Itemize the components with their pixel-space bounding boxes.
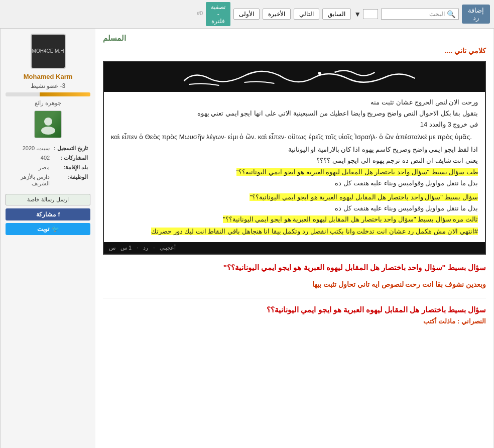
user-info-table: تاريخ التسجيل : سبت، 2020 المشاركات : 40…: [6, 143, 90, 189]
reg-label: تاريخ التسجيل :: [52, 144, 89, 153]
post-question2: سؤال بسيط باختصار هل المقابل ليهوه العبر…: [103, 305, 486, 314]
progress-bar: [6, 92, 90, 96]
image-line1: ورحت الان لنص الحروج عشان تثبت منه: [111, 97, 478, 108]
image-line8: بدل ما ننقل مواويل وقواميس وبناء عليه هن…: [111, 178, 478, 189]
avatar-inner: MOH4CE M.H: [32, 35, 65, 68]
image-line10: بدل ما ننقل مواويل وقواميس وبناء عليه هن…: [111, 203, 478, 214]
job-label: الوظيفة:: [52, 173, 89, 188]
post-image-header: [104, 62, 485, 92]
post-image-footer: أعجبني · رد · 1 س س: [104, 242, 485, 254]
svg-point-0: [318, 72, 321, 75]
toolbar: إضافة رد 🔍 1 ▼ السابق التالي الأخيرة الأ…: [0, 0, 494, 29]
avatar-text: MOH4CE M.H: [32, 48, 64, 54]
location-label: بلد الإقامة:: [52, 163, 89, 172]
post-question2-block: سؤال بسيط باختصار هل المقابل ليهوه العبر…: [103, 305, 486, 325]
tag-label: #0: [4, 10, 203, 16]
footer-reply[interactable]: رد: [143, 245, 148, 251]
progress-fill: [40, 92, 90, 96]
post-question: سؤال بسيط "سؤال واحد باختصار هل المقابل …: [103, 261, 486, 274]
footer-time: 1 س: [120, 245, 132, 251]
image-greek-text: καὶ εἶπεν ὁ Θεὸς πρὸς Μωυσῆν λέγων· εἰμι…: [111, 132, 478, 143]
secondary-avatar-icon: [38, 115, 58, 135]
job-value: دارس بالأزهر الشريف: [7, 173, 51, 188]
posts-value: 402: [7, 154, 51, 162]
facebook-icon: f: [58, 211, 60, 218]
next-button[interactable]: التالي: [294, 9, 319, 20]
secondary-avatar: [34, 110, 62, 138]
image-line7: طب سؤال بسيط "سؤال واحد باختصار هل المقا…: [111, 167, 478, 178]
footer-s: س: [109, 245, 115, 251]
image-line11: ثالث مره سؤال بسيط "سؤال واحد باختصار هل…: [111, 214, 478, 225]
tweet-label: تويت: [37, 226, 49, 233]
post-response2: النصراني : ماذلت أكتب: [103, 317, 486, 325]
posts-label: المشاركات :: [52, 154, 89, 162]
search-icon: 🔍: [447, 10, 455, 18]
svg-point-2: [41, 127, 55, 135]
image-line5: اذا لفظ ايجو ايمي واضح وصريح كاسم يهوه ا…: [111, 144, 478, 155]
image-line3: في خروج 3 والعدد 14: [111, 119, 478, 130]
last-button[interactable]: الأخيرة: [263, 9, 291, 20]
send-message-button[interactable]: ارسل رسالة خاصة: [6, 194, 90, 205]
page-layout: المسلم كلامي تاني .... ورحت الان لنص الح…: [0, 29, 494, 448]
handwriting-image: [104, 63, 485, 91]
avatar: MOH4CE M.H: [31, 34, 66, 69]
footer-dot2: ·: [137, 245, 138, 251]
share-facebook-button[interactable]: f مشاركة: [6, 208, 90, 220]
separator: [103, 298, 486, 298]
post-section-title: المسلم: [103, 34, 486, 43]
image-line9: سؤال بسيط "سؤال واحد باختصار هل المقابل …: [111, 192, 478, 203]
add-reply-button[interactable]: إضافة رد: [462, 5, 490, 24]
secondary-avatar-img: [35, 111, 61, 138]
page-counter: 1 ▼: [354, 9, 378, 19]
svg-point-1: [44, 118, 52, 126]
post-response: وبعدين نشوف بقا انت رحت لنصوص ايه تاني ت…: [103, 278, 486, 291]
page-number-input[interactable]: 1: [363, 9, 378, 19]
sidebar: MOH4CE M.H Mohamed Karm 3- عضو نشيط جوهر…: [0, 29, 95, 448]
post-body: سؤال بسيط "سؤال واحد باختصار هل المقابل …: [103, 261, 486, 291]
post-image-body: ورحت الان لنص الحروج عشان تثبت منه بتقول…: [104, 92, 485, 242]
main-content: المسلم كلامي تاني .... ورحت الان لنص الح…: [95, 29, 494, 448]
search-input[interactable]: [385, 11, 445, 18]
post-image-container: ورحت الان لنص الحروج عشان تثبت منه بتقول…: [103, 61, 486, 255]
first-button[interactable]: الأولى: [233, 9, 260, 20]
reg-value: سبت، 2020: [7, 144, 51, 153]
user-rank: 3- عضو نشيط: [31, 82, 65, 89]
tweet-button[interactable]: 🐦 تويت: [6, 223, 90, 235]
page-arrow: ▼: [354, 10, 361, 18]
twitter-icon: 🐦: [52, 226, 59, 233]
filter-button[interactable]: تصفية - فلترة: [206, 2, 230, 26]
image-line12: #انتهي الان مش هكمل رد عشان انت تدخلت وا…: [111, 226, 478, 237]
image-line6: يعني انت شايف ان النص ده ترجم يهوه الى ا…: [111, 155, 478, 166]
username: Mohamed Karm: [24, 73, 73, 80]
user-title: جوهرة رائع: [35, 99, 61, 106]
footer-dot: ·: [153, 245, 155, 251]
footer-like[interactable]: أعجبني: [160, 245, 176, 251]
location-value: مصر: [7, 163, 51, 172]
post-subtitle: كلامي تاني ....: [103, 47, 486, 55]
image-line2: بتقول بقا بكل الاحوال النص واضح وصريح وا…: [111, 108, 478, 119]
search-box: 🔍: [381, 9, 459, 20]
prev-button[interactable]: السابق: [322, 9, 351, 20]
share-label: مشاركة: [36, 211, 56, 218]
